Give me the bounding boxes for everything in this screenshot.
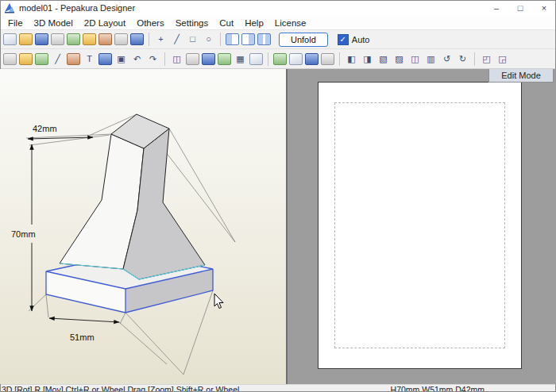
auto-checkbox-label: Auto [352, 35, 370, 44]
save-file-icon[interactable] [35, 33, 48, 45]
print-sheets-icon[interactable] [321, 53, 334, 65]
status-bar: 3D [Rot] R [Mov] Ctrl+R or Wheel Drag [Z… [0, 384, 556, 392]
cube-view-icon[interactable]: ▣ [114, 53, 128, 65]
unfold-button[interactable]: Unfold [279, 33, 328, 47]
link-faces-icon[interactable] [130, 33, 144, 45]
save-2d-icon[interactable] [305, 53, 319, 65]
window-title: model01 - Pepakura Designer [19, 3, 135, 13]
texture-settings-icon[interactable] [67, 33, 80, 45]
window-controls: – □ × [485, 0, 556, 16]
menu-file[interactable]: File [2, 17, 29, 29]
mouse-cursor-icon [214, 294, 223, 309]
arrange-parts-icon[interactable]: ◲ [496, 53, 509, 65]
close-button[interactable]: × [532, 0, 556, 16]
menu-3d-model[interactable]: 3D Model [29, 17, 79, 29]
menu-license[interactable]: License [269, 17, 312, 29]
menu-help[interactable]: Help [239, 17, 269, 29]
toolbar-separator [164, 52, 165, 66]
menu-settings[interactable]: Settings [170, 17, 214, 29]
show-both-windows-icon[interactable] [257, 33, 271, 45]
page-setup-icon[interactable] [249, 53, 263, 65]
measure-tool-icon[interactable] [83, 33, 96, 45]
toolbar-separator [149, 33, 149, 46]
text-tool-icon[interactable]: T [83, 53, 96, 65]
pick-object-icon[interactable]: ○ [202, 33, 215, 45]
edit-toolbar: ╱T▣↶↷ ◫▦ ◧◨▧▨◫▥↺↻ ◰◲ [0, 49, 556, 69]
pick-edge-icon[interactable]: ╱ [170, 33, 183, 45]
3d-viewport[interactable]: 42mm 70mm 51mm [0, 69, 286, 384]
scale-tool-icon[interactable] [114, 33, 128, 45]
hammer-tool-icon[interactable] [98, 33, 112, 45]
document-info-icon[interactable] [289, 53, 303, 65]
image-tool-icon[interactable] [98, 53, 112, 65]
dimension-label-top-width: 42mm [33, 124, 57, 133]
2d-viewport[interactable]: Edit Mode [288, 69, 556, 384]
new-document-icon[interactable] [3, 33, 17, 45]
print-icon[interactable] [51, 33, 64, 45]
rotate-left-icon[interactable]: ↺ [440, 53, 454, 65]
distribute-horizontal-icon[interactable]: ◫ [408, 53, 422, 65]
check-parts-icon[interactable] [218, 53, 231, 65]
app-icon [4, 2, 15, 13]
align-top-icon[interactable]: ▧ [376, 53, 390, 65]
undo-icon[interactable]: ↶ [130, 53, 144, 65]
align-bottom-icon[interactable]: ▨ [392, 53, 406, 65]
pick-vertex-icon[interactable]: + [154, 33, 168, 45]
divide-edge-icon[interactable] [19, 53, 33, 65]
open-file-icon[interactable] [19, 33, 33, 45]
main-area: 42mm 70mm 51mm Edit Mode [0, 69, 556, 384]
zoom-fit-icon[interactable]: ◰ [480, 53, 493, 65]
maximize-button[interactable]: □ [508, 0, 532, 16]
open-book-preview-icon[interactable]: ◫ [170, 53, 183, 65]
show-3d-window-icon[interactable] [226, 33, 239, 45]
edit-mode-tab[interactable]: Edit Mode [488, 69, 554, 83]
title-bar: model01 - Pepakura Designer – □ × [0, 0, 556, 16]
distribute-vertical-icon[interactable]: ▥ [424, 53, 438, 65]
3d-model-canvas[interactable]: 42mm 70mm 51mm [0, 69, 286, 384]
show-2d-window-icon[interactable] [241, 33, 255, 45]
menu-others[interactable]: Others [131, 17, 170, 29]
status-hint: 3D [Rot] R [Mov] Ctrl+R or Wheel Drag [Z… [2, 385, 239, 392]
menu-cut[interactable]: Cut [214, 17, 239, 29]
redo-icon[interactable]: ↷ [146, 53, 160, 65]
pick-face-icon[interactable]: □ [186, 33, 199, 45]
draw-line-icon[interactable]: ╱ [51, 53, 64, 65]
eraser-icon[interactable] [67, 53, 80, 65]
align-right-icon[interactable]: ◨ [361, 53, 374, 65]
edit-flaps-icon[interactable] [35, 53, 48, 65]
minimize-button[interactable]: – [485, 0, 508, 16]
toolbar-separator [220, 33, 221, 46]
pepakura-designer-window: model01 - Pepakura Designer – □ × File 3… [0, 0, 556, 392]
move-part-icon[interactable] [3, 53, 17, 65]
menu-bar: File 3D Model 2D Layout Others Settings … [0, 16, 556, 30]
export-image-icon[interactable] [273, 53, 287, 65]
toolbar-separator [474, 52, 475, 66]
page-margin-guide [334, 102, 505, 348]
layout-page[interactable] [318, 82, 522, 369]
dimension-label-bottom-width: 51mm [70, 332, 95, 342]
toolbar-separator [339, 52, 340, 66]
toolbar-separator [268, 52, 268, 66]
auto-unfold-toggle[interactable]: ✓ Auto [338, 34, 370, 45]
dimension-label-height: 70mm [11, 229, 36, 239]
align-left-icon[interactable]: ◧ [345, 53, 358, 65]
join-edges-icon[interactable] [202, 53, 215, 65]
cut-edges-icon[interactable] [186, 53, 199, 65]
rotate-right-icon[interactable]: ↻ [456, 53, 469, 65]
auto-checkbox-checked-icon[interactable]: ✓ [338, 34, 349, 45]
main-toolbar: +╱□○ Unfold ✓ Auto [0, 30, 556, 49]
sheet-grid-icon[interactable]: ▦ [234, 53, 247, 65]
menu-2d-layout[interactable]: 2D Layout [79, 17, 131, 29]
model-size-readout: H70mm W51mm D42mm [391, 385, 485, 392]
